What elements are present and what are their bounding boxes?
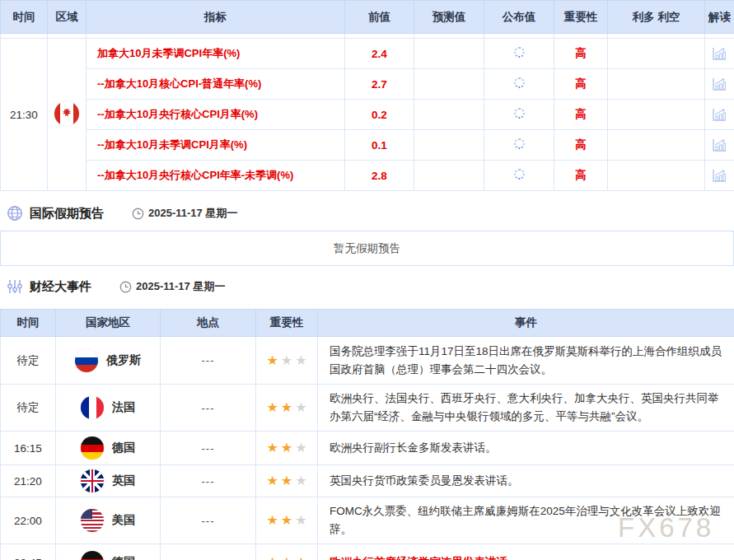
star-filled-icon: ★ [266,555,278,560]
star-filled-icon: ★ [281,474,292,488]
holiday-section-header: 国际假期预告 2025-11-17 星期一 [0,203,734,223]
country-cell: 德国 [56,432,161,465]
importance-stars: ★★★ [256,432,318,465]
indicator-link[interactable]: --加拿大10月央行核心CPI月率(%) [86,100,345,130]
bull-bear-cell [608,100,705,130]
bar-chart-icon[interactable] [712,77,727,91]
interpret-cell[interactable] [705,130,734,161]
uk-flag-icon [81,469,104,492]
econ-col-region: 区域 [48,1,86,34]
event-description[interactable]: 欧洲央行、法国央行、西班牙央行、意大利央行、加拿大央行、英国央行共同举办第六届“… [318,385,734,432]
star-filled-icon: ★ [266,513,278,527]
economic-data-table: 时间 区域 指标 前值 预测值 公布值 重要性 利多 利空 解读 21:30 加… [0,0,734,191]
importance-badge: 高 [554,130,608,161]
event-row: 待定 俄罗斯 --- ★★★ 国务院总理李强于11月17日至18日出席在俄罗斯莫… [1,337,734,385]
event-time: 22:00 [1,497,56,544]
bar-chart-icon[interactable] [712,138,727,152]
country-cell: 美国 [56,497,161,544]
table-row: 21:30 加拿大10月未季调CPI年率(%) 2.4 高 [1,39,734,69]
bar-chart-icon[interactable] [712,47,727,61]
interpret-cell[interactable] [705,161,734,191]
previous-value: 2.4 [345,39,414,69]
region-cell [48,39,86,191]
release-time: 21:30 [1,39,48,191]
country-cell: 德国 [56,544,161,560]
events-col-importance: 重要性 [256,310,318,337]
bull-bear-cell [608,161,705,191]
importance-stars: ★★★ [256,385,318,432]
star-filled-icon: ★ [295,555,306,560]
importance-badge: 高 [554,161,608,191]
star-empty-icon: ★ [295,513,306,527]
star-filled-icon: ★ [281,441,292,455]
france-flag-icon [81,396,104,419]
bar-chart-icon[interactable] [712,169,727,183]
usa-flag-icon [81,509,104,532]
previous-value: 2.7 [345,69,414,100]
loading-spinner-icon [514,169,525,180]
event-description[interactable]: 国务院总理李强于11月17日至18日出席在俄罗斯莫斯科举行的上海合作组织成员国政… [318,337,734,385]
clock-icon [119,281,132,293]
table-row: --加拿大10月未季调CPI月率(%) 0.1 高 [1,130,734,161]
events-date-text: 2025-11-17 星期一 [136,279,225,294]
loading-spinner-icon [514,138,525,149]
importance-badge: 高 [554,100,608,130]
indicator-link[interactable]: 加拿大10月未季调CPI年率(%) [86,39,345,69]
loading-spinner-icon [514,77,525,88]
table-row: --加拿大10月央行核心CPI月率(%) 0.2 高 [1,100,734,130]
econ-header-row: 时间 区域 指标 前值 预测值 公布值 重要性 利多 利空 解读 [1,1,734,34]
event-description[interactable]: 欧洲央行首席经济学家连恩发表讲话。 [318,544,734,560]
holiday-date: 2025-11-17 星期一 [132,206,237,221]
event-location: --- [161,465,256,497]
interpret-cell[interactable] [705,100,734,130]
star-filled-icon: ★ [266,400,278,414]
table-row: --加拿大10月央行核心CPI年率-未季调(%) 2.8 高 [1,161,734,191]
interpret-cell[interactable] [705,69,734,100]
event-description[interactable]: 英国央行货币政策委员曼恩发表讲话。 [318,465,734,497]
star-filled-icon: ★ [266,441,278,455]
importance-stars: ★★★ [256,465,318,497]
event-time: 22:45 [1,544,56,560]
previous-value: 0.1 [345,130,414,161]
bar-chart-icon[interactable] [712,108,727,122]
star-filled-icon: ★ [281,400,292,414]
star-empty-icon: ★ [295,474,306,488]
holiday-date-text: 2025-11-17 星期一 [148,206,237,221]
event-time: 16:15 [1,432,56,465]
globe-icon [7,205,23,222]
events-col-time: 时间 [1,310,56,337]
events-date: 2025-11-17 星期一 [119,279,225,294]
country-cell: 英国 [56,465,161,497]
star-empty-icon: ★ [295,353,306,367]
country-name: 德国 [112,555,135,560]
event-time: 待定 [1,385,56,432]
econ-col-bull-bear: 利多 利空 [608,1,705,34]
published-value [484,130,554,161]
event-description[interactable]: 欧洲央行副行长金多斯发表讲话。 [318,432,734,465]
country-name: 美国 [112,513,135,528]
country-cell: 俄罗斯 [56,337,161,385]
previous-value: 0.2 [345,100,414,130]
published-value [484,69,554,100]
econ-col-forecast: 预测值 [414,1,484,34]
country-name: 俄罗斯 [106,353,141,368]
loading-spinner-icon [514,108,525,119]
event-location: --- [161,497,256,544]
econ-col-published: 公布值 [484,1,554,34]
star-filled-icon: ★ [266,474,278,488]
event-row: 22:45 德国 --- ★★★ 欧洲央行首席经济学家连恩发表讲话。 [1,544,734,560]
indicator-link[interactable]: --加拿大10月核心CPI-普通年率(%) [86,69,345,100]
event-time: 21:20 [1,465,56,497]
indicator-link[interactable]: --加拿大10月未季调CPI月率(%) [86,130,345,161]
star-filled-icon: ★ [266,353,278,367]
event-row: 16:15 德国 --- ★★★ 欧洲央行副行长金多斯发表讲话。 [1,432,734,465]
importance-stars: ★★★ [256,544,318,560]
interpret-cell[interactable] [705,39,734,69]
russia-flag-icon [75,349,98,372]
forecast-value [414,69,484,100]
published-value [484,39,554,69]
previous-value: 2.8 [345,161,414,191]
events-section-title: 财经大事件 [30,279,91,295]
event-time: 待定 [1,337,56,385]
indicator-link[interactable]: --加拿大10月央行核心CPI年率-未季调(%) [86,161,345,191]
